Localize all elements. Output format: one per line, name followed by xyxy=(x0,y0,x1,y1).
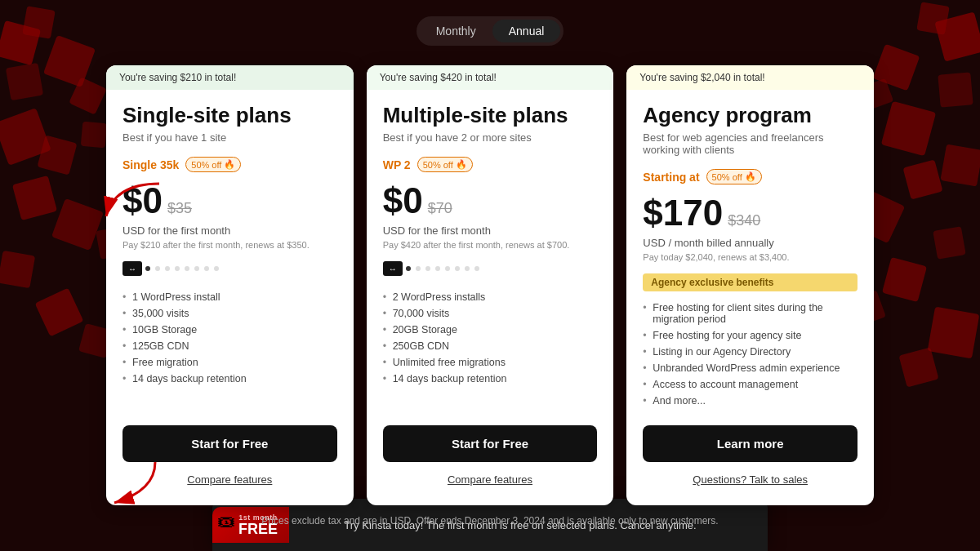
price-period-2: USD for the first month xyxy=(383,224,598,237)
plan-subtitle-2: Best if you have 2 or more sites xyxy=(383,131,598,144)
feature-item: Listing in our Agency Directory xyxy=(643,344,858,360)
slider-track-2[interactable]: ↔ xyxy=(383,261,598,276)
feature-item: 35,000 visits xyxy=(122,305,337,322)
price-note-1: Pay $210 after the first month, renews a… xyxy=(122,240,337,250)
monthly-toggle[interactable]: Monthly xyxy=(420,20,492,42)
features-list-2: 2 WordPress installs 70,000 visits 20GB … xyxy=(383,289,598,409)
price-row-3: $170 $340 xyxy=(643,193,858,233)
slider-icon-1: ↔ xyxy=(122,261,142,276)
price-original-3: $340 xyxy=(728,212,760,229)
price-note-2: Pay $420 after the first month, renews a… xyxy=(383,240,598,250)
agency-card: You're saving $2,040 in total! Agency pr… xyxy=(626,65,874,505)
learn-more-button[interactable]: Learn more xyxy=(643,425,858,462)
plan-title-1: Single-site plans xyxy=(122,103,337,128)
features-list-3: Free hosting for client sites during the… xyxy=(643,300,858,409)
plan-title-3: Agency program xyxy=(643,103,858,128)
feature-item: Access to account management xyxy=(643,376,858,393)
compare-features-link-2[interactable]: Compare features xyxy=(383,470,598,489)
annual-toggle[interactable]: Annual xyxy=(492,20,561,42)
price-main-2: $0 xyxy=(383,180,423,221)
discount-badge-1: 50% off 🔥 xyxy=(185,157,241,172)
plan-label-row-3: Starting at 50% off 🔥 xyxy=(643,169,858,184)
price-row-2: $0 $70 xyxy=(383,180,598,221)
fire-icon-3: 🔥 xyxy=(745,171,756,182)
feature-item: 250GB CDN xyxy=(383,338,598,354)
feature-item: 20GB Storage xyxy=(383,322,598,338)
discount-badge-2: 50% off 🔥 xyxy=(417,157,473,172)
single-site-card: You're saving $210 in total! Single-site… xyxy=(106,65,354,505)
price-period-3: USD / month billed annually xyxy=(643,237,858,249)
arrow-left xyxy=(98,180,163,224)
price-original-1: $35 xyxy=(167,200,192,217)
plan-label-row-2: WP 2 50% off 🔥 xyxy=(383,157,598,172)
talk-to-sales-link[interactable]: Questions? Talk to sales xyxy=(643,470,858,489)
fire-icon-1: 🔥 xyxy=(224,159,235,170)
plan-title-2: Multiple-site plans xyxy=(383,103,598,128)
feature-item: 14 days backup retention xyxy=(122,371,337,387)
multiple-site-card: You're saving $420 in total! Multiple-si… xyxy=(367,65,614,505)
agency-exclusive-badge: Agency exclusive benefits xyxy=(643,273,858,291)
price-original-2: $70 xyxy=(428,200,452,217)
main-content: Monthly Annual You're saving $210 in tot… xyxy=(0,0,980,533)
feature-item: Free migration xyxy=(122,354,337,371)
feature-item: 2 WordPress installs xyxy=(383,289,598,305)
slider-icon-2: ↔ xyxy=(383,261,403,276)
start-free-button-1[interactable]: Start for Free xyxy=(122,425,337,462)
price-note-3: Pay today $2,040, renews at $3,400. xyxy=(643,252,858,262)
feature-item: Free hosting for client sites during the… xyxy=(643,300,858,327)
savings-banner-1: You're saving $210 in total! xyxy=(106,65,354,90)
feature-item: 125GB CDN xyxy=(122,338,337,354)
features-list-1: 1 WordPress install 35,000 visits 10GB S… xyxy=(122,289,337,409)
feature-item: 1 WordPress install xyxy=(122,289,337,305)
plan-label-name-2: WP 2 xyxy=(383,158,411,171)
discount-badge-3: 50% off 🔥 xyxy=(706,169,762,184)
feature-item: 14 days backup retention xyxy=(383,371,598,387)
plan-subtitle-3: Best for web agencies and freelancers wo… xyxy=(643,131,858,156)
slider-dots-2 xyxy=(406,266,598,271)
price-main-3: $170 xyxy=(643,193,723,233)
billing-toggle: Monthly Annual xyxy=(416,16,564,46)
plan-label-row-1: Single 35k 50% off 🔥 xyxy=(122,157,337,172)
feature-item: Unlimited free migrations xyxy=(383,354,598,371)
plan-label-name-3: Starting at xyxy=(643,171,699,184)
feature-item: 10GB Storage xyxy=(122,322,337,338)
pricing-cards: You're saving $210 in total! Single-site… xyxy=(41,65,939,505)
plan-label-name-1: Single 35k xyxy=(122,158,179,171)
feature-item: Unbranded WordPress admin experience xyxy=(643,360,858,376)
arrow-bottom xyxy=(106,458,163,510)
price-period-1: USD for the first month xyxy=(122,224,337,237)
footer-note: Prices exclude tax and are in USD. Offer… xyxy=(261,505,718,533)
slider-track-1[interactable]: ↔ xyxy=(122,261,337,276)
start-free-button-2[interactable]: Start for Free xyxy=(383,425,598,462)
plan-subtitle-1: Best if you have 1 site xyxy=(122,131,337,144)
savings-banner-2: You're saving $420 in total! xyxy=(367,65,614,90)
feature-item: And more... xyxy=(643,393,858,409)
slider-dots-1 xyxy=(145,266,337,271)
savings-banner-3: You're saving $2,040 in total! xyxy=(626,65,874,90)
feature-item: Free hosting for your agency site xyxy=(643,327,858,344)
fire-icon-2: 🔥 xyxy=(456,159,467,170)
feature-item: 70,000 visits xyxy=(383,305,598,322)
